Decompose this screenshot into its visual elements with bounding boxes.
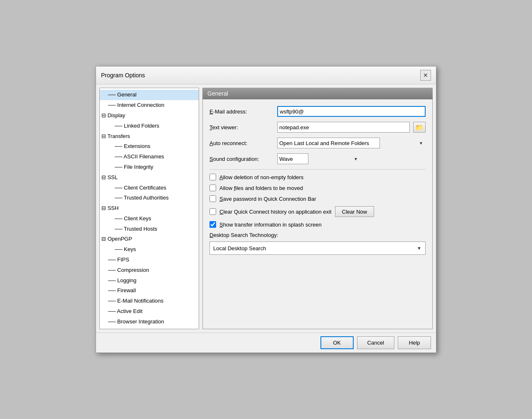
auto-reconnect-label: Auto reconnect:	[209, 140, 274, 146]
cb1-checkbox[interactable]	[209, 174, 216, 180]
sound-config-row: Sound configuration: Wave None Custom	[209, 153, 426, 164]
text-viewer-row: Text viewer: 📁	[209, 122, 426, 133]
cb2-label: Allow files and folders to be moved	[219, 185, 303, 191]
tree-item-firewall[interactable]: ── Firewall	[100, 286, 199, 296]
sound-config-select-wrapper: Wave None Custom	[277, 153, 360, 164]
tree-item-extensions[interactable]: ── Extensions	[100, 141, 199, 152]
program-options-dialog: Program Options ✕ ── General ── Internet…	[96, 66, 436, 352]
cb3-checkbox[interactable]	[209, 195, 216, 202]
dialog-body: ── General ── Internet Connection ⊟ Disp…	[96, 84, 436, 332]
content-panel: General E-Mail address: Text viewer:	[202, 88, 433, 329]
panel-body: E-Mail address: Text viewer: 📁	[202, 99, 433, 329]
cancel-button[interactable]: Cancel	[357, 336, 394, 349]
dialog-footer: OK Cancel Help	[96, 333, 436, 352]
tree-item-ascii-filenames[interactable]: ── ASCII Filenames	[100, 152, 199, 162]
cb5-row: Show transfer information in splash scre…	[209, 221, 426, 228]
cb5-label: Show transfer information in splash scre…	[219, 222, 322, 228]
cb1-row: Allow deletion of non-empty folders	[209, 174, 426, 180]
tree-item-transfers[interactable]: ⊟ Transfers	[100, 131, 199, 142]
text-viewer-label: Text viewer:	[209, 124, 274, 131]
dialog-title: Program Options	[101, 72, 145, 79]
cb4-row: Clear Quick Connect history on applicati…	[209, 206, 426, 217]
help-button[interactable]: Help	[398, 336, 431, 349]
tree-item-client-certificates[interactable]: ── Client Certificates	[100, 183, 199, 193]
browse-button[interactable]: 📁	[413, 122, 426, 133]
cb2-checkbox[interactable]	[209, 185, 216, 191]
tree-item-file-integrity[interactable]: ── File Integrity	[100, 162, 199, 173]
tree-item-openpgp[interactable]: ⊟ OpenPGP	[100, 234, 199, 244]
email-row: E-Mail address:	[209, 106, 426, 117]
tree-item-ssh[interactable]: ⊟ SSH	[100, 203, 199, 214]
desktop-search-label: Desktop Search Technology:	[209, 232, 426, 238]
ok-button[interactable]: OK	[320, 336, 354, 349]
cb4-label: Clear Quick Connect history on applicati…	[219, 209, 332, 215]
sound-config-select[interactable]: Wave None Custom	[277, 153, 308, 164]
title-bar: Program Options ✕	[96, 67, 436, 84]
email-label: E-Mail address:	[209, 108, 274, 115]
cb3-label: Save password in Quick Connection Bar	[219, 196, 316, 202]
close-button[interactable]: ✕	[420, 70, 431, 81]
desktop-search-select-wrapper: Local Desktop Search Windows Search None	[209, 242, 426, 255]
auto-reconnect-row: Auto reconnect: Open Last Local and Remo…	[209, 138, 426, 148]
tree-item-fips[interactable]: ── FIPS	[100, 255, 199, 265]
separator	[209, 169, 426, 170]
tree-item-keys[interactable]: ── Keys	[100, 244, 199, 255]
tree-item-general[interactable]: ── General	[100, 90, 199, 100]
cb2-row: Allow files and folders to be moved	[209, 185, 426, 191]
cb3-row: Save password in Quick Connection Bar	[209, 195, 426, 202]
tree-item-display[interactable]: ⊟ Display	[100, 111, 199, 121]
tree-item-internet-connection[interactable]: ── Internet Connection	[100, 100, 199, 111]
text-viewer-input[interactable]	[277, 122, 410, 133]
email-input[interactable]	[277, 106, 426, 117]
tree-item-client-keys[interactable]: ── Client Keys	[100, 214, 199, 224]
tree-item-compression[interactable]: ── Compression	[100, 265, 199, 276]
clear-now-button[interactable]: Clear Now	[335, 206, 374, 217]
cb1-label: Allow deletion of non-empty folders	[219, 174, 303, 180]
panel-header: General	[202, 88, 433, 99]
tree-item-trusted-hosts[interactable]: ── Trusted Hosts	[100, 224, 199, 234]
desktop-search-select[interactable]: Local Desktop Search Windows Search None	[209, 242, 426, 255]
folder-icon: 📁	[415, 123, 424, 131]
tree-item-email-notifications[interactable]: ── E-Mail Notifications	[100, 296, 199, 306]
auto-reconnect-select-wrapper: Open Last Local and Remote Folders Recon…	[277, 138, 426, 148]
tree-item-trusted-authorities[interactable]: ── Trusted Authorities	[100, 193, 199, 203]
tree-item-active-edit[interactable]: ── Active Edit	[100, 306, 199, 317]
tree-panel: ── General ── Internet Connection ⊟ Disp…	[99, 88, 199, 329]
tree-item-browser-integration[interactable]: ── Browser Integration	[100, 317, 199, 327]
auto-reconnect-select[interactable]: Open Last Local and Remote Folders Recon…	[277, 138, 380, 148]
tree-item-logging[interactable]: ── Logging	[100, 276, 199, 286]
cb4-checkbox[interactable]	[209, 208, 216, 215]
cb5-checkbox[interactable]	[209, 221, 216, 228]
tree-item-linked-folders[interactable]: ── Linked Folders	[100, 121, 199, 131]
sound-config-label: Sound configuration:	[209, 156, 274, 162]
tree-item-ssl[interactable]: ⊟ SSL	[100, 173, 199, 183]
